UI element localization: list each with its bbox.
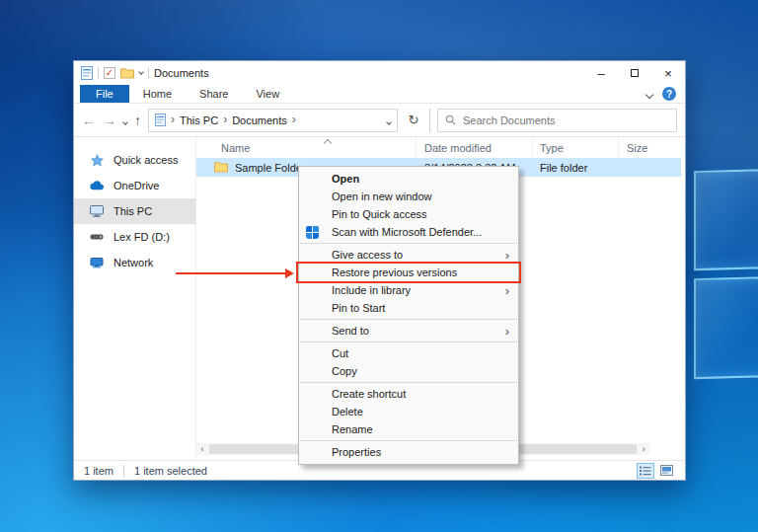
minimize-button[interactable]: – (584, 61, 618, 85)
menu-item-restore-previous-versions[interactable]: Restore previous versions (299, 264, 518, 281)
windows-logo-pane-top (694, 169, 758, 270)
menu-separator (300, 243, 517, 244)
breadcrumb-this-pc[interactable]: This PC (180, 114, 218, 126)
forward-button[interactable]: → (103, 114, 116, 127)
toolbar-separator (98, 67, 99, 79)
menu-item-include-in-library[interactable]: Include in library › (299, 281, 518, 299)
large-icons-view-icon (660, 465, 673, 476)
menu-separator (300, 382, 517, 383)
desktop-background: ✓ Documents – × File Home Share View (0, 0, 758, 532)
new-folder-icon[interactable] (120, 68, 134, 79)
tab-share[interactable]: Share (186, 85, 242, 103)
sidebar-item-label: Network (114, 257, 153, 268)
breadcrumb-separator-icon: › (223, 113, 227, 126)
selection-status: 1 item selected (134, 465, 207, 477)
drive-icon (89, 234, 105, 240)
menu-item-send-to[interactable]: Send to › (299, 322, 518, 340)
menu-item-open-in-new-window[interactable]: Open in new window (299, 188, 518, 205)
menu-separator (300, 342, 517, 342)
menu-item-pin-to-start[interactable]: Pin to Start (299, 299, 518, 317)
submenu-arrow-icon: › (505, 249, 509, 262)
type-cell: File folder (533, 162, 619, 174)
ribbon-collapse-chevron-icon[interactable] (646, 88, 652, 100)
monitor-icon (89, 205, 105, 217)
tab-view[interactable]: View (242, 85, 293, 103)
window-controls: – × (584, 61, 685, 85)
menu-item-open[interactable]: Open (299, 170, 518, 188)
refresh-button[interactable]: ↻ (405, 113, 422, 127)
sidebar-item-label: Lex FD (D:) (114, 231, 170, 243)
annotation-arrow (176, 272, 285, 274)
menu-item-pin-to-quick-access[interactable]: Pin to Quick access (299, 205, 518, 223)
window-title: Documents (154, 67, 209, 79)
search-icon (445, 114, 456, 125)
large-icons-view-button[interactable] (657, 463, 675, 479)
network-icon (89, 258, 105, 268)
cloud-icon (89, 181, 105, 190)
menu-separator (300, 440, 517, 441)
help-button[interactable]: ? (662, 87, 676, 101)
address-dropdown-chevron-icon[interactable] (387, 114, 391, 126)
menu-item-scan-with-microsoft-defender[interactable]: Scan with Microsoft Defender... (299, 223, 518, 241)
breadcrumb-separator-icon: › (171, 113, 175, 126)
sidebar-item-this-pc[interactable]: This PC (74, 198, 195, 224)
tab-home[interactable]: Home (129, 85, 186, 103)
menu-item-create-shortcut[interactable]: Create shortcut (299, 385, 518, 403)
properties-checkmark-icon[interactable]: ✓ (104, 67, 115, 79)
scroll-left-icon[interactable]: ‹ (196, 443, 208, 455)
document-icon (81, 66, 93, 80)
submenu-arrow-icon: › (505, 284, 509, 297)
location-document-icon (155, 114, 166, 126)
close-button[interactable]: × (651, 61, 685, 85)
file-name-label: Sample Folder (235, 162, 306, 174)
sidebar-item-onedrive[interactable]: OneDrive (74, 173, 195, 198)
defender-shield-icon (306, 226, 319, 239)
sidebar-item-quick-access[interactable]: Quick access (74, 147, 195, 173)
column-header-size[interactable]: Size (619, 137, 678, 158)
details-view-icon (640, 466, 651, 476)
menu-separator (300, 319, 517, 320)
submenu-arrow-icon: › (505, 325, 509, 338)
sidebar-item-lex-fd-drive[interactable]: Lex FD (D:) (74, 224, 195, 250)
breadcrumb-separator-icon: › (292, 113, 296, 126)
item-count: 1 item (84, 465, 114, 477)
recent-locations-chevron-icon[interactable] (123, 114, 127, 126)
statusbar-separator (123, 465, 124, 477)
toolbar-separator (148, 67, 149, 79)
sidebar-item-label: Quick access (114, 154, 178, 166)
search-input[interactable] (463, 114, 669, 126)
customize-toolbar-chevron-icon[interactable] (139, 72, 143, 74)
menu-item-properties[interactable]: Properties (299, 443, 518, 461)
tab-file[interactable]: File (80, 85, 129, 103)
ribbon-tab-strip: File Home Share View ? (74, 85, 685, 104)
explorer-app-icon[interactable] (81, 66, 93, 80)
sidebar-item-label: OneDrive (114, 180, 159, 191)
context-menu: Open Open in new window Pin to Quick acc… (298, 166, 519, 465)
star-icon (89, 154, 105, 167)
maximize-icon (631, 69, 639, 77)
navigation-pane: Quick access OneDrive This PC (74, 137, 195, 460)
search-box[interactable] (437, 109, 677, 132)
navigation-bar: ← → ↑ › This PC › Documents › ↻ (74, 104, 685, 137)
column-header-date-modified[interactable]: Date modified (417, 137, 533, 158)
menu-item-delete[interactable]: Delete (299, 403, 518, 420)
navbar-separator (429, 109, 430, 132)
sidebar-item-label: This PC (114, 205, 152, 217)
quick-access-toolbar: ✓ (81, 66, 149, 80)
title-bar: ✓ Documents – × (74, 61, 685, 85)
breadcrumb-documents[interactable]: Documents (232, 114, 287, 126)
details-view-button[interactable] (637, 463, 654, 479)
column-header-name[interactable]: Name (196, 137, 417, 158)
back-button[interactable]: ← (82, 114, 96, 127)
column-header-type[interactable]: Type (533, 137, 619, 158)
scroll-right-icon[interactable]: › (638, 443, 649, 455)
menu-item-rename[interactable]: Rename (299, 420, 518, 438)
menu-item-cut[interactable]: Cut (299, 344, 518, 362)
menu-item-copy[interactable]: Copy (299, 362, 518, 380)
menu-item-give-access-to[interactable]: Give access to › (299, 246, 518, 264)
column-header-row: Name Date modified Type Size (196, 137, 681, 158)
folder-icon (214, 162, 228, 173)
address-bar[interactable]: › This PC › Documents › (148, 109, 398, 132)
maximize-button[interactable] (618, 61, 651, 85)
up-button[interactable]: ↑ (134, 114, 141, 127)
